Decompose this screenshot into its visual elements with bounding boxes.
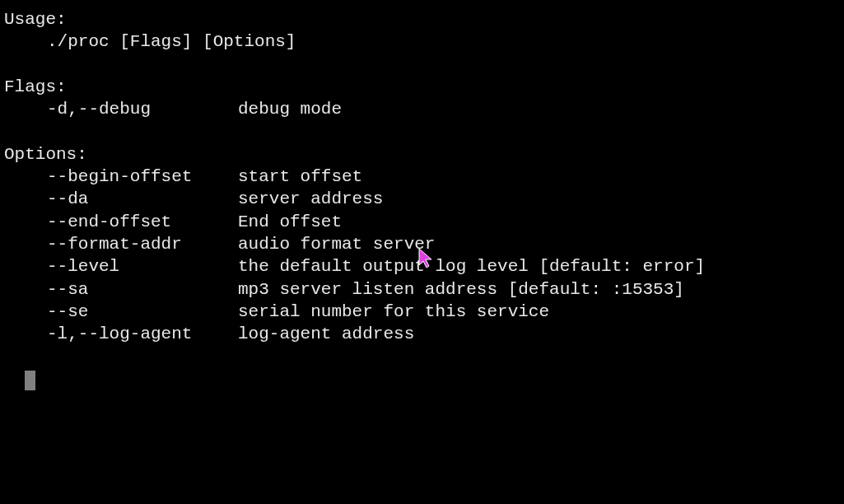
option-row: --se serial number for this service	[4, 301, 844, 323]
option-name: --da	[47, 188, 238, 210]
usage-header: Usage:	[4, 8, 844, 30]
flags-header: Flags:	[4, 76, 844, 98]
option-row: --format-addr audio format server	[4, 233, 844, 255]
flag-name: -d,--debug	[47, 98, 238, 120]
option-desc: mp3 server listen address [default: :153…	[238, 278, 684, 301]
prompt-line[interactable]	[4, 345, 844, 390]
option-desc: serial number for this service	[238, 301, 549, 323]
option-desc: the default output log level [default: e…	[238, 255, 705, 278]
option-name: --level	[47, 255, 238, 278]
option-name: --begin-offset	[47, 166, 238, 188]
option-desc: server address	[238, 188, 383, 210]
option-name: --sa	[47, 278, 238, 301]
option-row: -l,--log-agent log-agent address	[4, 323, 844, 345]
option-row: --sa mp3 server listen address [default:…	[4, 278, 844, 301]
option-name: -l,--log-agent	[47, 323, 238, 345]
terminal-cursor	[25, 371, 35, 390]
option-desc: End offset	[238, 211, 342, 233]
option-desc: start offset	[238, 166, 362, 188]
option-row: --level the default output log level [de…	[4, 255, 844, 278]
blank-line	[4, 54, 844, 76]
options-header: Options:	[4, 143, 844, 166]
flag-desc: debug mode	[238, 98, 342, 120]
option-row: --end-offset End offset	[4, 211, 844, 233]
option-name: --format-addr	[47, 233, 238, 255]
blank-line	[4, 120, 844, 142]
option-row: --da server address	[4, 188, 844, 210]
option-name: --end-offset	[47, 211, 238, 233]
option-name: --se	[47, 301, 238, 323]
option-row: --begin-offset start offset	[4, 166, 844, 188]
option-desc: log-agent address	[238, 323, 414, 345]
option-desc: audio format server	[238, 233, 435, 255]
flag-row: -d,--debug debug mode	[4, 98, 844, 120]
usage-command: ./proc [Flags] [Options]	[4, 30, 844, 53]
